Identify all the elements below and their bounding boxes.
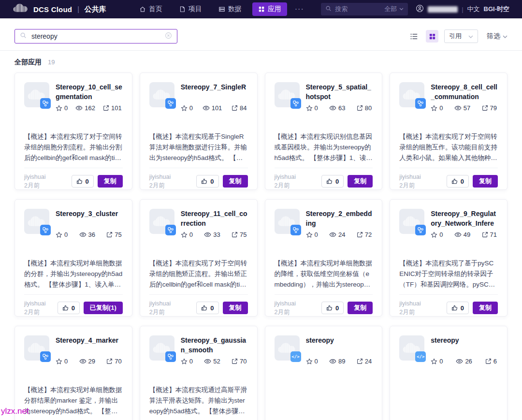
app-thumbnail: </>	[24, 209, 49, 234]
language-switch[interactable]: 中文	[467, 5, 480, 14]
app-stats: 0 57 79	[431, 104, 498, 112]
copy-button[interactable]: 复制	[223, 175, 248, 188]
card-header-text: Stereopy_8_cell_cell_communation 0 57	[431, 82, 498, 112]
card-header-text: Stereopy_5_spatial_hotspot 0 63	[306, 82, 373, 112]
chevron-down-icon	[399, 8, 404, 11]
app-card[interactable]: </> Stereopy_6_gaussian_smooth 0	[140, 326, 258, 420]
like-button[interactable]: 0	[447, 175, 469, 188]
card-header-text: Stereopy_6_gaussian_smooth 0 52	[181, 335, 248, 365]
card-footer: jiyishuai 2月前 0 复制	[149, 173, 248, 190]
like-button[interactable]: 0	[447, 302, 469, 314]
app-title: stereopy	[431, 335, 498, 355]
like-button[interactable]: 0	[321, 175, 344, 188]
app-card[interactable]: </> Stereopy_10_cell_segmentation 0	[14, 72, 132, 190]
thumbs-up-icon	[451, 178, 458, 185]
app-card[interactable]: </> Stereopy_5_spatial_hotspot 0	[265, 72, 383, 190]
export-icon	[482, 232, 488, 238]
app-card[interactable]: </> Stereopy_7_SingleR 0	[140, 72, 258, 190]
stars-stat: 0	[56, 358, 68, 365]
list-view-button[interactable]	[407, 30, 420, 43]
stars-count: 0	[189, 104, 193, 112]
app-card[interactable]: </> Stereopy_4_marker 0	[14, 326, 132, 420]
like-button[interactable]: 0	[58, 302, 80, 314]
app-title: Stereopy_6_gaussian_smooth	[181, 335, 248, 355]
copy-button[interactable]: 已复制(1)	[84, 302, 123, 314]
filter-button[interactable]: 筛选	[487, 32, 508, 41]
app-card[interactable]: </> Stereopy_9_Regulatory_Network_Infere…	[390, 199, 508, 317]
username-redacted[interactable]	[428, 6, 458, 13]
like-button[interactable]: 0	[321, 302, 344, 314]
card-header-text: Stereopy_2_embedding 0 24	[306, 209, 373, 238]
app-description: 【概述】本流程实现对单细胞数据分群结果的marker 鉴定，并输出为stereo…	[24, 385, 123, 417]
section-title: 全部应用	[14, 58, 42, 67]
copy-button[interactable]: 复制	[348, 175, 373, 188]
stars-stat: 0	[181, 358, 193, 365]
publish-time: 2月前	[24, 308, 45, 317]
copy-button[interactable]: 复制	[348, 302, 373, 314]
app-search-box[interactable]	[14, 29, 177, 43]
brand-name: DCS Cloud	[33, 5, 72, 14]
app-card[interactable]: </> Stereopy_3_cluster 0	[14, 199, 132, 317]
author-block: jiyishuai 2月前	[399, 173, 420, 190]
app-card[interactable]: </> stereopy 0 89	[265, 326, 383, 420]
public-library-apps-page: DCS Cloud | 公共库 首页 项目	[0, 0, 522, 420]
app-title: Stereopy_3_cluster	[56, 209, 123, 229]
nav-more-icon[interactable]: ···	[292, 5, 307, 14]
author-name: jiyishuai	[24, 173, 45, 181]
author-block: jiyishuai 2月前	[399, 299, 420, 317]
nav-item-data[interactable]: 数据	[213, 2, 247, 16]
tenant-switch[interactable]: BGI-时空	[484, 5, 509, 14]
card-header-text: Stereopy_3_cluster 0 36	[56, 209, 123, 238]
thumbs-up-icon	[201, 178, 208, 185]
card-header: </> Stereopy_3_cluster 0	[24, 209, 123, 238]
list-view-icon	[410, 32, 418, 41]
views-count: 162	[85, 104, 95, 112]
star-icon	[56, 358, 62, 365]
copies-stat: 75	[106, 231, 121, 238]
views-count: 33	[213, 231, 220, 238]
card-actions: 0 复制	[321, 302, 373, 314]
grid-view-button[interactable]	[426, 30, 438, 43]
views-count: 57	[464, 104, 470, 112]
app-card[interactable]: </> stereopy 0 26	[390, 326, 508, 420]
eye-icon	[203, 104, 210, 112]
brand[interactable]: DCS Cloud | 公共库	[13, 2, 106, 16]
publish-time: 2月前	[399, 181, 420, 190]
app-card[interactable]: </> Stereopy_8_cell_cell_communation 0	[390, 72, 508, 190]
nav-item-apps[interactable]: 应用	[252, 2, 287, 16]
like-button[interactable]: 0	[196, 302, 218, 314]
like-button[interactable]: 0	[72, 175, 94, 188]
user-avatar-icon[interactable]	[416, 4, 424, 14]
header-search[interactable]: 搜索 全部	[321, 3, 408, 15]
clear-search-icon[interactable]	[165, 32, 172, 41]
nav-item-projects[interactable]: 项目	[173, 2, 208, 16]
card-header: </> stereopy 0 26	[399, 335, 498, 365]
copy-button[interactable]: 复制	[98, 175, 123, 188]
copy-button[interactable]: 复制	[473, 302, 498, 314]
app-description: 【概述】本流程实现了对于空间转录组的细胞矫正流程。并输出矫正后的cellbin的…	[149, 258, 248, 290]
copy-button[interactable]: 复制	[473, 175, 498, 188]
app-description: 【概述】本流程实现通过高斯平滑算法平滑表达矩阵。并输出为stereopy的h5a…	[149, 385, 248, 417]
search-input[interactable]	[30, 32, 161, 41]
card-header-text: Stereopy_9_Regulatory_Network_Inference …	[431, 209, 498, 238]
brand-divider: |	[77, 5, 79, 13]
cloud-logo-icon	[13, 2, 29, 16]
views-stat: 33	[204, 231, 220, 238]
like-button[interactable]: 0	[196, 175, 218, 188]
copy-button[interactable]: 复制	[223, 302, 248, 314]
card-divider	[149, 168, 248, 168]
app-thumbnail: </>	[24, 335, 49, 361]
publish-time: 2月前	[275, 181, 296, 190]
card-divider	[24, 168, 123, 168]
app-card[interactable]: </> Stereopy_11_cell_correction 0	[140, 199, 258, 317]
star-icon	[431, 105, 437, 112]
author-name: jiyishuai	[275, 173, 296, 181]
copies-count: 101	[111, 104, 122, 112]
app-card[interactable]: </> Stereopy_2_embedding 0	[265, 199, 383, 317]
star-icon	[181, 232, 188, 238]
nav-item-home[interactable]: 首页	[133, 2, 168, 16]
reference-sort-select[interactable]: 引用	[444, 29, 478, 43]
header-search-scope-select[interactable]: 全部	[384, 5, 404, 14]
author-name: jiyishuai	[399, 299, 420, 308]
app-type-badge-icon: </>	[290, 351, 301, 362]
